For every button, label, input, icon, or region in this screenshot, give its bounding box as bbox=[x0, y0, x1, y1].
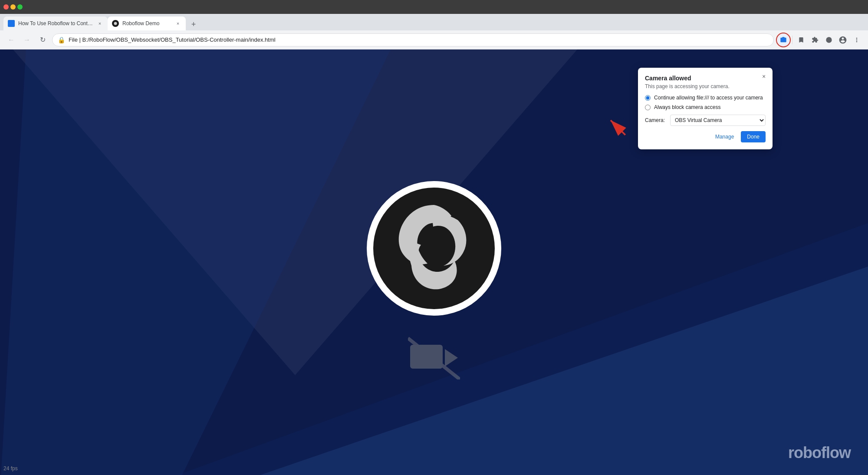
camera-permission-button[interactable] bbox=[777, 34, 789, 46]
roboflow-brand: roboflow bbox=[788, 444, 851, 462]
extension-button[interactable] bbox=[809, 34, 821, 46]
popup-subtitle: This page is accessing your camera. bbox=[645, 83, 766, 89]
svg-point-2 bbox=[826, 37, 832, 43]
done-button[interactable]: Done bbox=[741, 131, 766, 142]
new-tab-button[interactable]: + bbox=[187, 18, 200, 30]
window-maximize-button[interactable] bbox=[17, 4, 23, 10]
popup-camera-row: Camera: OBS Virtual Camera Default Camer… bbox=[645, 115, 766, 126]
popup-radio-block[interactable] bbox=[645, 105, 651, 110]
svg-line-8 bbox=[408, 338, 460, 379]
tab2-close-button[interactable]: × bbox=[174, 20, 181, 27]
svg-line-11 bbox=[611, 120, 625, 135]
popup-camera-select[interactable]: OBS Virtual Camera Default Camera Integr… bbox=[670, 115, 766, 126]
window-controls bbox=[3, 4, 23, 10]
address-bar[interactable]: 🔒 File | B:/RoboFlow/OBS_Websocket/OBS_T… bbox=[52, 33, 774, 46]
obs-logo bbox=[365, 179, 503, 318]
address-text: File | B:/RoboFlow/OBS_Websocket/OBS_Tut… bbox=[69, 36, 768, 43]
popup-close-button[interactable]: × bbox=[760, 72, 768, 81]
camera-off-icon bbox=[408, 336, 460, 381]
popup-actions: Manage Done bbox=[645, 131, 766, 142]
tab-how-to-use-roboflow[interactable]: How To Use Roboflow to Contr... × bbox=[3, 16, 108, 30]
title-bar bbox=[0, 0, 868, 14]
red-arrow-annotation bbox=[604, 114, 630, 140]
popup-radio-allow[interactable] bbox=[645, 95, 651, 101]
profile-button[interactable] bbox=[837, 34, 849, 46]
back-button[interactable]: ← bbox=[5, 34, 17, 46]
fps-counter: 24 fps bbox=[3, 465, 18, 472]
tab1-close-button[interactable]: × bbox=[96, 20, 103, 27]
tab1-title: How To Use Roboflow to Contr... bbox=[18, 20, 93, 26]
tab-roboflow-demo[interactable]: Roboflow Demo × bbox=[108, 16, 186, 30]
forward-button[interactable]: → bbox=[21, 34, 33, 46]
popup-option-allow[interactable]: Continue allowing file:/// to access you… bbox=[645, 95, 766, 101]
svg-rect-0 bbox=[9, 21, 14, 26]
tab1-favicon bbox=[8, 20, 15, 27]
toolbar-right bbox=[777, 34, 863, 46]
manage-button[interactable]: Manage bbox=[712, 131, 737, 142]
popup-camera-label: Camera: bbox=[645, 117, 667, 123]
address-lock-icon: 🔒 bbox=[58, 36, 65, 43]
toolbar-separator bbox=[792, 36, 792, 44]
browser-window: How To Use Roboflow to Contr... × Robofl… bbox=[0, 0, 868, 475]
svg-rect-7 bbox=[410, 345, 443, 369]
tabs-bar: How To Use Roboflow to Contr... × Robofl… bbox=[0, 14, 868, 30]
content-area: roboflow 24 fps × Camera allowed This pa… bbox=[0, 49, 868, 475]
tab2-favicon bbox=[112, 20, 119, 27]
toolbar: ← → ↻ 🔒 File | B:/RoboFlow/OBS_Websocket… bbox=[0, 30, 868, 49]
window-minimize-button[interactable] bbox=[10, 4, 16, 10]
window-close-button[interactable] bbox=[3, 4, 9, 10]
svg-marker-9 bbox=[445, 349, 458, 366]
svg-marker-3 bbox=[0, 49, 391, 475]
bookmark-button[interactable] bbox=[795, 34, 807, 46]
popup-option-allow-label: Continue allowing file:/// to access you… bbox=[654, 95, 763, 101]
popup-option-block-label: Always block camera access bbox=[654, 104, 720, 110]
camera-permission-popup: × Camera allowed This page is accessing … bbox=[638, 68, 773, 149]
popup-title: Camera allowed bbox=[645, 75, 766, 82]
roboflow-extension-button[interactable] bbox=[823, 34, 835, 46]
tab2-title: Roboflow Demo bbox=[122, 20, 171, 26]
popup-option-block[interactable]: Always block camera access bbox=[645, 104, 766, 110]
menu-button[interactable] bbox=[851, 34, 863, 46]
reload-button[interactable]: ↻ bbox=[36, 34, 49, 46]
